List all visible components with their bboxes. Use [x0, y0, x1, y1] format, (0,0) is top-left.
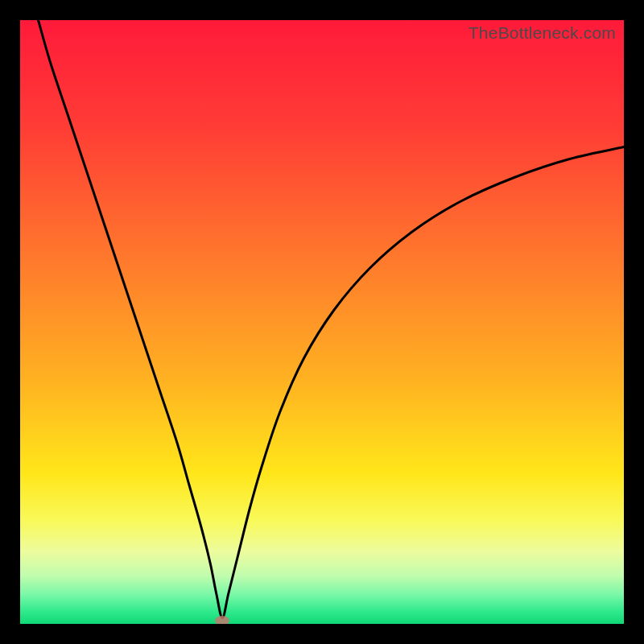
outer-frame: TheBottleneck.com [0, 0, 644, 644]
plot-area: TheBottleneck.com [20, 20, 624, 624]
chart-svg [20, 20, 624, 624]
bottleneck-curve [39, 20, 625, 618]
optimal-point-marker [215, 616, 229, 624]
watermark-text: TheBottleneck.com [469, 23, 616, 43]
gradient-background [20, 20, 624, 624]
